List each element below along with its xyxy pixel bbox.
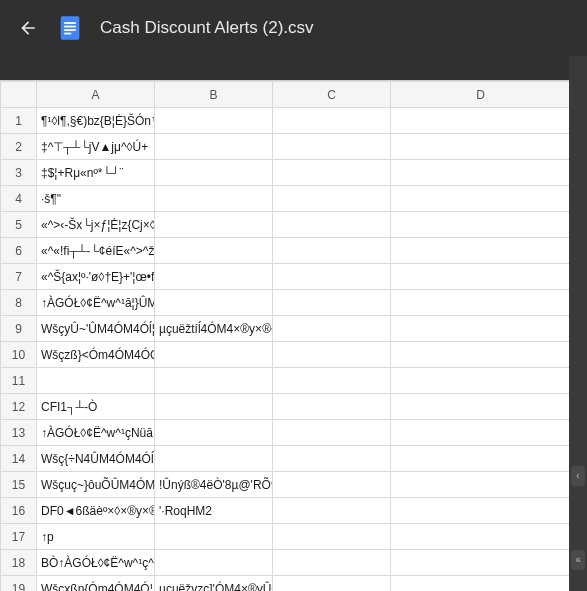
cell[interactable] (273, 498, 391, 524)
cell[interactable] (155, 212, 273, 238)
cell[interactable]: ‡$¦+Rμ«nº*└┘¨ (37, 160, 155, 186)
cell[interactable]: ·š¶" (37, 186, 155, 212)
cell[interactable] (155, 238, 273, 264)
back-button[interactable] (16, 16, 40, 40)
cell[interactable]: ¶¹◊l¶,§€)bz{B¦Ė}ŠÓn™·«H˙-Ã¦Ė¦z{MºfÞ¬*&¥©… (37, 108, 155, 134)
cell[interactable] (273, 212, 391, 238)
cell[interactable] (273, 108, 391, 134)
cell[interactable] (391, 446, 570, 472)
cell[interactable]: BÒ↑ÀGÓŁ◊¢Ë^w^¹ç^¸óM4ÓMzç◊zāĺ4ÓM5ëž<×Ý'ÓM… (37, 550, 155, 576)
cell[interactable] (273, 160, 391, 186)
cell[interactable] (391, 212, 570, 238)
column-header-A[interactable]: A (37, 82, 155, 108)
row-header[interactable]: 17 (1, 524, 37, 550)
cell[interactable]: µçuëžtíĺ4ÓM4×®y×®<ÓM4Ó^¹çNüäM4ÓMzç◊;ó◊4Ó… (155, 316, 273, 342)
column-header-D[interactable]: D (391, 82, 570, 108)
cell[interactable] (273, 264, 391, 290)
cell[interactable] (391, 108, 570, 134)
row-header[interactable]: 8 (1, 290, 37, 316)
row-header[interactable]: 13 (1, 420, 37, 446)
cell[interactable]: Wšçzß}<Óm4ÓM4ÓO<Û}4ó◊†îm¹ë8Óž¾HâÕ˙-€‡ÀÃÛ… (37, 342, 155, 368)
cell[interactable]: ↑ÀGÓŁ◊¢Ë^w^¹ā¦}ÛM4ÓMzç◊5÷m4ÓM5ëž<×Ý'ÓM4×… (37, 290, 155, 316)
cell[interactable] (273, 472, 391, 498)
cell[interactable] (273, 550, 391, 576)
cell[interactable] (273, 316, 391, 342)
select-all-corner[interactable] (1, 82, 37, 108)
row-header[interactable]: 19 (1, 576, 37, 592)
cell[interactable]: DF0◄6ßäèº×◊×®y×® (37, 498, 155, 524)
cell[interactable] (391, 134, 570, 160)
cell[interactable] (155, 446, 273, 472)
cell[interactable] (391, 524, 570, 550)
cell[interactable] (155, 108, 273, 134)
cell[interactable] (391, 394, 570, 420)
cell[interactable]: '·RοqHM2 (155, 498, 273, 524)
cell[interactable] (391, 160, 570, 186)
row-header[interactable]: 7 (1, 264, 37, 290)
row-header[interactable]: 14 (1, 446, 37, 472)
cell[interactable]: Wšçxßn{Óm4ÓM4Ó¦ (37, 576, 155, 592)
cell[interactable] (155, 342, 273, 368)
scroll-chip-down[interactable]: « (571, 550, 585, 570)
cell[interactable] (273, 134, 391, 160)
cell[interactable] (155, 134, 273, 160)
column-header-C[interactable]: C (273, 82, 391, 108)
row-header[interactable]: 1 (1, 108, 37, 134)
cell[interactable] (273, 238, 391, 264)
cell[interactable] (273, 394, 391, 420)
row-header[interactable]: 12 (1, 394, 37, 420)
cell[interactable] (155, 394, 273, 420)
cell[interactable] (273, 420, 391, 446)
cell[interactable] (391, 186, 570, 212)
row-header[interactable]: 15 (1, 472, 37, 498)
cell[interactable] (273, 186, 391, 212)
cell[interactable] (391, 550, 570, 576)
cell[interactable] (273, 576, 391, 592)
cell[interactable] (391, 290, 570, 316)
row-header[interactable]: 9 (1, 316, 37, 342)
cell[interactable] (155, 264, 273, 290)
cell[interactable] (155, 186, 273, 212)
cell[interactable] (155, 550, 273, 576)
cell[interactable] (155, 524, 273, 550)
cell[interactable] (273, 342, 391, 368)
row-header[interactable]: 4 (1, 186, 37, 212)
cell[interactable] (155, 368, 273, 394)
cell[interactable]: CFI1┐┴-Ò (37, 394, 155, 420)
cell[interactable]: !Ûnýß®4ëÒ'8µ@'RÕ9~'ÛmtÓ}5Ûo:øsxgáÀPQF0◄6… (155, 472, 273, 498)
spreadsheet-viewport[interactable]: A B C D 1¶¹◊l¶,§€)bz{B¦Ė}ŠÓn™·«H˙-Ã¦Ė¦z{… (0, 80, 569, 591)
cell[interactable] (273, 290, 391, 316)
cell[interactable]: Wšçuç~}ôuÕÛM4ÓM4Óĺ6ç2NùçÛ· (37, 472, 155, 498)
row-header[interactable]: 3 (1, 160, 37, 186)
row-header[interactable]: 11 (1, 368, 37, 394)
cell[interactable] (391, 368, 570, 394)
cell[interactable] (273, 524, 391, 550)
cell[interactable] (391, 576, 570, 592)
cell[interactable] (155, 290, 273, 316)
column-header-B[interactable]: B (155, 82, 273, 108)
cell[interactable] (391, 420, 570, 446)
cell[interactable] (391, 472, 570, 498)
row-header[interactable]: 10 (1, 342, 37, 368)
row-header[interactable]: 18 (1, 550, 37, 576)
cell[interactable] (155, 160, 273, 186)
cell[interactable]: ‡^⊤┬┴└jV▲jμ^◊Ú+ (37, 134, 155, 160)
cell[interactable]: ↑p (37, 524, 155, 550)
cell[interactable]: Wšç{÷N4ÛM4ÓM4Óĺ6ßNùç}';Ûnzëĺ4ëÒ'8µ@'RÕ9~… (37, 446, 155, 472)
cell[interactable]: «^Š{ax¦º·'ø◊†E}+'¦œ•f◄Ý,¦Ė}ŠÒ'¾'œz}ÆEj+'… (37, 264, 155, 290)
cell[interactable] (273, 446, 391, 472)
cell[interactable] (391, 342, 570, 368)
cell[interactable]: «^>‹-Šx└j×ƒ¦Ė¦z{Cj×◊jÇ¥Šw◊k}žžĐÚµàš°+âŁ-… (37, 212, 155, 238)
cell[interactable]: µçuëžvzç]'ÓM4×®yÛ◊vÓM4Ó^¹ç^¸óM4ÓMzç◊zāĺ4… (155, 576, 273, 592)
row-header[interactable]: 16 (1, 498, 37, 524)
cell[interactable] (391, 264, 570, 290)
cell[interactable]: «^«!fi┬┴-└¢éíE«^>^žØ; '&¬¸8¬r§')^¦,§€YZ€… (37, 238, 155, 264)
row-header[interactable]: 6 (1, 238, 37, 264)
cell[interactable]: WšçyÛ~'ÛM4ÓM4Óĺ¦ (37, 316, 155, 342)
scroll-chip-up[interactable]: ‹ (571, 466, 585, 486)
cell[interactable] (273, 368, 391, 394)
row-header[interactable]: 5 (1, 212, 37, 238)
cell[interactable] (155, 420, 273, 446)
cell[interactable]: ↑ÀGÓŁ◊¢Ë^w^¹çNüāM4ÓMzç◊zāĺ4ÓM5ëžtíĺ4ÓM4×… (37, 420, 155, 446)
row-header[interactable]: 2 (1, 134, 37, 160)
